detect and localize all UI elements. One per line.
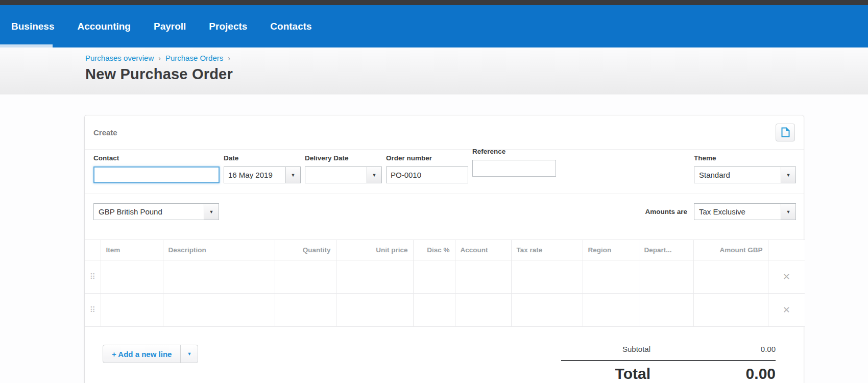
currency-select[interactable]: GBP British Pound [94, 204, 204, 220]
purchase-order-card: Create Contact Date ▼ Delivery Date ▼ [84, 115, 804, 383]
amount-cell[interactable] [693, 294, 768, 327]
column-header-quantity: Quantity [275, 240, 336, 260]
nav-item-payroll[interactable]: Payroll [154, 21, 186, 32]
drag-handle[interactable]: ⠿ [85, 260, 101, 294]
remove-row-button[interactable]: ✕ [768, 260, 805, 294]
date-input[interactable] [224, 167, 285, 183]
breadcrumb-separator-icon: › [158, 54, 161, 62]
description-cell[interactable] [163, 260, 275, 294]
delivery-date-field: Delivery Date ▼ [305, 154, 382, 183]
contact-label: Contact [93, 154, 220, 162]
card-heading: Create [93, 128, 117, 137]
department-cell[interactable] [639, 294, 693, 327]
browser-chrome-strip [0, 0, 868, 5]
delivery-date-picker-button[interactable]: ▼ [367, 167, 381, 183]
breadcrumb-purchase-orders[interactable]: Purchase Orders [165, 54, 223, 62]
close-icon: ✕ [783, 272, 790, 282]
quantity-cell[interactable] [275, 294, 336, 327]
contact-input[interactable] [93, 166, 220, 183]
drag-handle-icon: ⠿ [90, 305, 95, 314]
add-new-line-action[interactable]: + Add a new line [103, 345, 180, 363]
chevron-down-icon: ▼ [372, 173, 377, 178]
totals-section: Subtotal 0.00 Total 0.00 [561, 345, 776, 382]
item-cell[interactable] [101, 294, 163, 327]
unit-price-cell[interactable] [336, 294, 413, 327]
chevron-down-icon: ▼ [291, 173, 296, 178]
nav-item-business[interactable]: Business [11, 21, 54, 32]
drag-handle-column-header [85, 240, 101, 260]
tax-rate-cell[interactable] [511, 260, 583, 294]
theme-select[interactable]: Standard [694, 167, 781, 183]
date-label: Date [224, 154, 301, 162]
nav-item-accounting[interactable]: Accounting [77, 21, 131, 32]
theme-label: Theme [694, 154, 796, 162]
document-fields-row: Contact Date ▼ Delivery Date ▼ Order num… [85, 150, 804, 194]
page-header: Purchases overview › Purchase Orders › N… [0, 47, 868, 94]
region-cell[interactable] [583, 294, 639, 327]
disc-cell[interactable] [413, 260, 455, 294]
region-cell[interactable] [583, 260, 639, 294]
main-navbar: Business Accounting Payroll Projects Con… [0, 5, 868, 47]
preview-document-button[interactable] [776, 124, 795, 141]
amounts-are-select[interactable]: Tax Exclusive [694, 204, 781, 220]
close-icon: ✕ [783, 305, 790, 315]
column-header-account: Account [455, 240, 511, 260]
breadcrumb-purchases-overview[interactable]: Purchases overview [85, 54, 154, 62]
subtotal-value: 0.00 [650, 345, 776, 353]
theme-field: Theme Standard ▼ [694, 154, 796, 183]
line-item-row: ⠿ ✕ [85, 260, 805, 294]
description-cell[interactable] [163, 294, 275, 327]
add-new-line-button: + Add a new line ▼ [103, 345, 198, 363]
table-header-row: Item Description Quantity Unit price Dis… [85, 240, 805, 260]
remove-row-button[interactable]: ✕ [768, 294, 805, 327]
nav-item-contacts[interactable]: Contacts [270, 21, 311, 32]
item-cell[interactable] [101, 260, 163, 294]
chevron-down-icon: ▼ [187, 351, 191, 356]
chevron-down-icon[interactable]: ▼ [781, 167, 795, 183]
page-title: New Purchase Order [85, 66, 868, 83]
date-field: Date ▼ [224, 154, 301, 183]
remove-column-header [768, 240, 805, 260]
contact-field: Contact [93, 154, 220, 183]
order-number-label: Order number [386, 154, 468, 162]
tax-rate-cell[interactable] [511, 294, 583, 327]
add-line-options-button[interactable]: ▼ [180, 345, 198, 363]
disc-cell[interactable] [413, 294, 455, 327]
column-header-item: Item [101, 240, 163, 260]
reference-input[interactable] [472, 160, 556, 177]
department-cell[interactable] [639, 260, 693, 294]
drag-handle[interactable]: ⠿ [85, 294, 101, 327]
column-header-amount-gbp: Amount GBP [693, 240, 768, 260]
amounts-are-label: Amounts are [645, 208, 687, 216]
line-item-row: ⠿ ✕ [85, 294, 805, 327]
line-items-table: Item Description Quantity Unit price Dis… [85, 240, 805, 327]
currency-row: GBP British Pound ▼ Amounts are Tax Excl… [85, 194, 804, 229]
column-header-region: Region [583, 240, 639, 260]
column-header-description: Description [163, 240, 275, 260]
breadcrumb: Purchases overview › Purchase Orders › [85, 54, 868, 62]
column-header-disc: Disc % [413, 240, 455, 260]
chevron-down-icon[interactable]: ▼ [204, 204, 219, 220]
account-cell[interactable] [455, 294, 511, 327]
chevron-down-icon[interactable]: ▼ [781, 204, 795, 220]
active-tab-indicator [0, 44, 53, 47]
total-label: Total [561, 365, 650, 382]
subtotal-row: Subtotal 0.00 [561, 345, 776, 360]
account-cell[interactable] [455, 260, 511, 294]
delivery-date-label: Delivery Date [305, 154, 382, 162]
delivery-date-input[interactable] [305, 167, 367, 183]
nav-item-projects[interactable]: Projects [209, 21, 247, 32]
column-header-department: Depart... [639, 240, 693, 260]
date-picker-button[interactable]: ▼ [285, 167, 300, 183]
order-number-input[interactable] [386, 166, 468, 183]
drag-handle-icon: ⠿ [90, 272, 95, 281]
quantity-cell[interactable] [275, 260, 336, 294]
card-header: Create [85, 115, 804, 150]
amount-cell[interactable] [693, 260, 768, 294]
card-footer: + Add a new line ▼ Subtotal 0.00 Total 0… [85, 327, 804, 382]
total-value: 0.00 [650, 365, 776, 382]
column-header-tax-rate: Tax rate [511, 240, 583, 260]
column-header-unit-price: Unit price [336, 240, 413, 260]
reference-field: Reference [472, 154, 556, 183]
unit-price-cell[interactable] [336, 260, 413, 294]
